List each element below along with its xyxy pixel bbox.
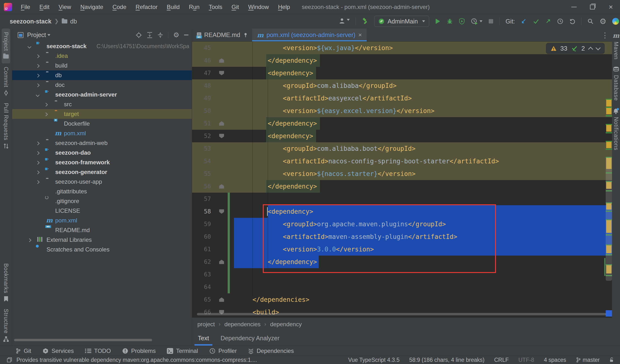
debug-button-icon[interactable] [447, 18, 453, 24]
line-number[interactable]: 45 [192, 42, 211, 54]
git-update-button-icon[interactable] [521, 18, 527, 24]
code-line-52[interactable]: 52 <dependency> [192, 130, 612, 142]
code-line-65[interactable]: 65 </dependencies> [192, 293, 612, 306]
line-number[interactable]: 65 [192, 293, 211, 306]
tree-item-scratches-and-consoles[interactable]: Scratches and Consoles [12, 245, 192, 254]
minimize-button[interactable] [565, 0, 583, 14]
line-ending-widget[interactable]: CRLF [494, 357, 509, 363]
toolwindow-button-terminal[interactable]: Terminal [167, 348, 198, 354]
line-number[interactable]: 49 [192, 92, 211, 105]
menu-view[interactable]: View [59, 4, 71, 10]
tree-item-seezoon-stack[interactable]: seezoon-stackC:\Users\14751\Documents\Wo… [12, 41, 192, 51]
tree-item-dockerfile[interactable]: DDockerfile [12, 119, 192, 129]
editor-tab-active[interactable]: mpom.xml (seezoon-admin-server)× [252, 29, 367, 41]
next-problem-icon[interactable] [596, 45, 601, 50]
caret-position-widget[interactable]: 58:9 (186 chars, 4 line breaks) [409, 357, 485, 363]
line-number[interactable]: 60 [192, 230, 211, 243]
expand-all-button-icon[interactable] [147, 32, 153, 38]
close-button[interactable]: × [602, 0, 620, 14]
xml-breadcrumb-dependency[interactable]: dependency [270, 321, 302, 328]
menu-help[interactable]: Help [278, 4, 290, 10]
line-number[interactable]: 47 [192, 67, 211, 79]
tree-item-seezoon-admin-web[interactable]: seezoon-admin-web [12, 138, 192, 148]
tree-item--gitattributes[interactable]: .gitattributes [12, 187, 192, 196]
tree-chevron-icon[interactable] [36, 83, 40, 87]
tree-item-external-libraries[interactable]: External Libraries [12, 235, 192, 245]
breadcrumb-item-seezoon-stack[interactable]: seezoon-stack [10, 18, 51, 25]
toolwindow-button-todo[interactable]: TODO [85, 348, 111, 354]
menu-run[interactable]: Run [189, 4, 200, 10]
tree-item-seezoon-framework[interactable]: seezoon-framework [12, 158, 192, 167]
coverage-button-icon[interactable] [459, 18, 465, 25]
tree-chevron-icon[interactable] [28, 45, 31, 49]
tree-item--idea[interactable]: .idea [12, 51, 192, 61]
line-number[interactable]: 61 [192, 243, 211, 256]
toolwindow-button-problems[interactable]: Problems [122, 348, 156, 354]
previous-problem-icon[interactable] [588, 46, 593, 52]
tree-chevron-icon[interactable] [44, 103, 48, 107]
code-line-51[interactable]: 51 </dependency> [192, 117, 612, 130]
windows-icon[interactable] [7, 357, 12, 363]
code-line-48[interactable]: 48 <groupId>com.alibaba</groupId> [192, 79, 612, 92]
git-push-button-icon[interactable] [545, 18, 551, 24]
line-number[interactable]: 52 [192, 130, 211, 142]
stop-button-icon[interactable] [488, 19, 494, 24]
stripe-button-commit[interactable]: Commit [2, 63, 10, 99]
line-number[interactable]: 59 [192, 218, 211, 230]
stripe-button-project[interactable]: Project [2, 29, 10, 63]
line-number[interactable]: 55 [192, 167, 211, 180]
stripe-button-notifications[interactable]: Notifications [612, 104, 620, 154]
tree-item-seezoon-generator[interactable]: seezoon-generator [12, 167, 192, 177]
menu-build[interactable]: Build [167, 4, 180, 10]
close-tab-icon[interactable]: × [358, 31, 362, 39]
indent-widget[interactable]: 4 spaces [544, 357, 566, 363]
code-line-47[interactable]: 47 <dependency> [192, 67, 612, 79]
line-number[interactable]: 56 [192, 180, 211, 193]
tree-item-license[interactable]: LICENSE [12, 206, 192, 216]
rollback-button-icon[interactable] [569, 18, 575, 24]
line-number[interactable]: 46 [192, 54, 211, 67]
git-branch-widget[interactable]: master [576, 357, 600, 363]
menu-file[interactable]: File [21, 4, 30, 10]
inspections-widget[interactable]: 33 2 [546, 43, 605, 54]
line-number[interactable]: 53 [192, 142, 211, 155]
collapse-all-button-icon[interactable] [157, 32, 163, 38]
code-line-53[interactable]: 53 <groupId>com.alibaba.boot</groupId> [192, 142, 612, 155]
line-number[interactable]: 63 [192, 268, 211, 281]
scrollbar-thumb[interactable] [606, 157, 612, 281]
code-line-54[interactable]: 54 <artifactId>nacos-config-spring-boot-… [192, 155, 612, 167]
tree-item-build[interactable]: build [12, 61, 192, 70]
line-number[interactable]: 57 [192, 193, 211, 205]
code-editor[interactable]: 33 2 45 <version>${wx.java}</version>46 … [192, 41, 612, 318]
locate-file-button-icon[interactable] [136, 32, 142, 38]
history-button-icon[interactable] [557, 18, 563, 24]
run-button-icon[interactable] [435, 18, 441, 24]
tree-chevron-icon[interactable] [36, 161, 40, 165]
line-number[interactable]: 62 [192, 256, 211, 268]
stripe-button-bookmarks[interactable]: Bookmarks [2, 260, 10, 305]
tree-chevron-icon[interactable] [36, 64, 40, 68]
tree-item-readme-md[interactable]: MDREADME.md [12, 225, 192, 235]
code-line-64[interactable]: 64 [192, 281, 612, 293]
tree-chevron-icon[interactable] [36, 142, 40, 145]
tree-chevron-icon[interactable] [36, 93, 40, 97]
tree-item-doc[interactable]: doc [12, 80, 192, 90]
line-number[interactable]: 50 [192, 105, 211, 117]
code-line-66[interactable]: 66 <build> [192, 306, 612, 318]
tree-item-pom-xml[interactable]: mpom.xml [12, 129, 192, 138]
code-line-57[interactable]: 57 [192, 193, 612, 205]
breadcrumb-item-db[interactable]: db [70, 18, 77, 25]
stripe-button-structure[interactable]: Structure [2, 305, 10, 346]
build-hammer-icon[interactable] [362, 18, 368, 25]
view-tab-text[interactable]: Text [192, 331, 215, 346]
menu-refactor[interactable]: Refactor [136, 4, 158, 10]
tree-item-db[interactable]: db [12, 70, 192, 80]
toolwindow-button-profiler[interactable]: Profiler [209, 348, 237, 354]
line-number[interactable]: 51 [192, 117, 211, 130]
menu-navigate[interactable]: Navigate [80, 4, 103, 10]
stripe-button-database[interactable]: Database [612, 63, 620, 104]
code-with-me-button[interactable] [612, 18, 619, 25]
line-number[interactable]: 54 [192, 155, 211, 167]
tree-chevron-icon[interactable] [28, 238, 31, 242]
tree-item-seezoon-user-app[interactable]: seezoon-user-app [12, 177, 192, 187]
